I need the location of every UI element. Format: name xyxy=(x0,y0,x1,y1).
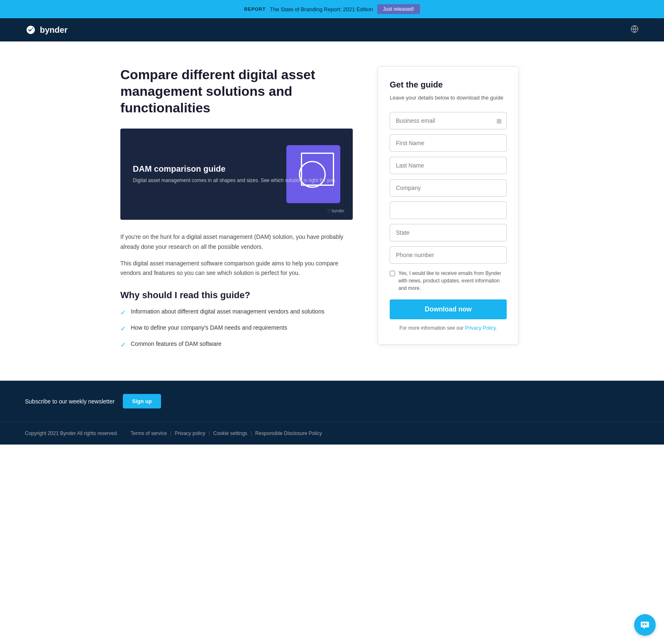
newsletter-text: Subscribe to our weekly newsletter xyxy=(25,398,115,405)
guide-image-title: DAM comparison guide xyxy=(133,164,336,174)
signup-button[interactable]: Sign up xyxy=(123,394,161,408)
form-card: Get the guide Leave your details below t… xyxy=(378,66,519,345)
guide-image-desc: Digital asset management comes in all sh… xyxy=(133,177,336,184)
footer-link-privacy[interactable]: Privacy policy xyxy=(175,430,205,436)
logo[interactable]: bynder xyxy=(25,24,68,36)
left-column: Compare different digital asset manageme… xyxy=(120,66,353,356)
first-name-input[interactable] xyxy=(390,134,507,152)
country-input[interactable]: United States xyxy=(390,202,507,219)
list-item-text-1: Information about different digital asse… xyxy=(131,307,325,316)
navigation: bynder xyxy=(0,18,664,41)
list-item: ✓ Information about different digital as… xyxy=(120,307,353,318)
privacy-policy-link[interactable]: Privacy Policy. xyxy=(465,325,497,331)
state-input[interactable] xyxy=(390,224,507,241)
logo-text: bynder xyxy=(40,25,68,35)
last-name-group xyxy=(390,157,507,174)
company-input[interactable] xyxy=(390,179,507,197)
body-text-1: If you're on the hunt for a digital asse… xyxy=(120,232,353,252)
list-item: ✓ How to define your company's DAM needs… xyxy=(120,323,353,334)
banner-text: The State of Branding Report: 2021 Editi… xyxy=(270,6,373,12)
footer-link-disclosure[interactable]: Responsible Disclosure Policy xyxy=(255,430,322,436)
state-group xyxy=(390,224,507,241)
globe-button[interactable] xyxy=(630,24,639,35)
form-subtitle: Leave your details below to download the… xyxy=(390,94,507,102)
right-column: Get the guide Leave your details below t… xyxy=(378,66,519,345)
footer-link-cookies[interactable]: Cookie settings xyxy=(213,430,247,436)
top-banner: REPORT The State of Branding Report: 202… xyxy=(0,0,664,18)
list-item-text-2: How to define your company's DAM needs a… xyxy=(131,323,287,332)
footer-newsletter: Subscribe to our weekly newsletter Sign … xyxy=(0,381,664,422)
checklist: ✓ Information about different digital as… xyxy=(120,307,353,350)
guide-image: DAM comparison guide Digital asset manag… xyxy=(120,129,353,220)
why-heading: Why should I read this guide? xyxy=(120,290,353,301)
download-button[interactable]: Download now xyxy=(390,299,507,319)
phone-input[interactable] xyxy=(390,246,507,264)
footer-bottom: Copyright 2021 Bynder All rights reserve… xyxy=(0,422,664,445)
email-icon: ▦ xyxy=(496,117,502,124)
main-content: Compare different digital asset manageme… xyxy=(104,41,560,381)
list-item-text-3: Common features of DAM software xyxy=(131,340,222,348)
last-name-input[interactable] xyxy=(390,157,507,174)
country-group: United States xyxy=(390,202,507,219)
footer-copyright: Copyright 2021 Bynder All rights reserve… xyxy=(25,430,118,436)
check-icon-3: ✓ xyxy=(120,340,126,350)
footer-divider-1: | xyxy=(170,430,171,436)
footer-divider-3: | xyxy=(251,430,252,436)
globe-icon xyxy=(630,24,639,34)
privacy-note-text: For more information see our xyxy=(399,325,464,331)
footer-link-terms[interactable]: Terms of service xyxy=(131,430,167,436)
company-group xyxy=(390,179,507,197)
footer-divider-2: | xyxy=(209,430,210,436)
banner-report-label: REPORT xyxy=(244,7,266,12)
banner-button[interactable]: Just released! xyxy=(377,4,420,14)
body-text-2: This digital asset management software c… xyxy=(120,259,353,279)
list-item: ✓ Common features of DAM software xyxy=(120,340,353,350)
page-title: Compare different digital asset manageme… xyxy=(120,66,353,116)
phone-group xyxy=(390,246,507,264)
email-input[interactable] xyxy=(390,112,507,129)
bynder-watermark: ♡ bynder xyxy=(327,209,344,213)
logo-icon xyxy=(25,24,37,36)
check-icon-1: ✓ xyxy=(120,308,126,318)
check-icon-2: ✓ xyxy=(120,324,126,334)
email-consent-row: Yes, I would like to receive emails from… xyxy=(390,270,507,292)
footer-links: Terms of service | Privacy policy | Cook… xyxy=(131,430,322,436)
first-name-group xyxy=(390,134,507,152)
email-consent-label: Yes, I would like to receive emails from… xyxy=(398,270,507,292)
form-title: Get the guide xyxy=(390,80,507,90)
email-field-group: ▦ xyxy=(390,112,507,129)
email-consent-checkbox[interactable] xyxy=(390,271,395,276)
guide-image-text: DAM comparison guide Digital asset manag… xyxy=(133,164,336,184)
privacy-note: For more information see our Privacy Pol… xyxy=(390,325,507,331)
